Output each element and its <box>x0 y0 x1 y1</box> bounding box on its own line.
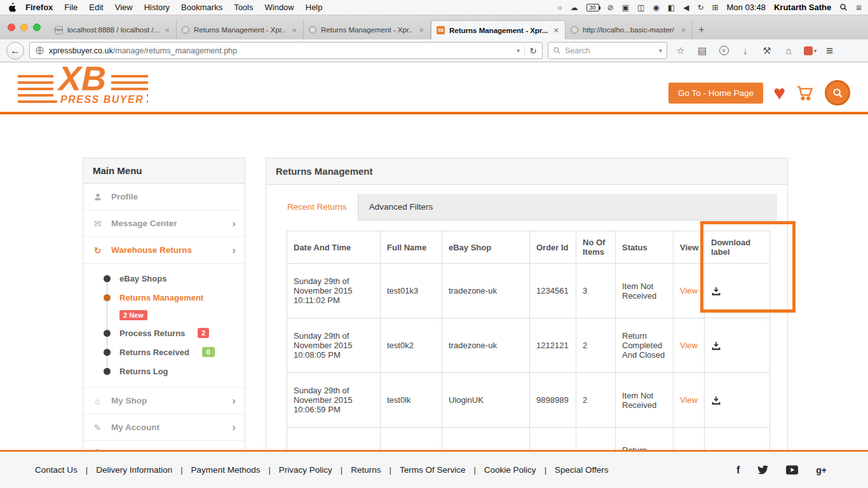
download-label-icon[interactable] <box>711 341 721 351</box>
browser-tab-returns-1[interactable]: Returns Management - Xpr... × <box>177 20 304 39</box>
tab-recent-returns[interactable]: Recent Returns <box>276 194 358 220</box>
search-icon <box>553 46 561 55</box>
browser-search-box[interactable]: ▾ <box>548 42 667 59</box>
url-text[interactable]: xpressbuyer.co.uk/manage/returns_managem… <box>49 46 512 55</box>
menu-file[interactable]: File <box>58 3 83 12</box>
notification-center-icon[interactable]: ≡ <box>856 3 862 12</box>
facebook-icon[interactable]: f <box>736 464 740 476</box>
footer-link-cookie-policy[interactable]: Cookie Policy <box>484 465 536 475</box>
tab-close-icon[interactable]: × <box>163 25 171 35</box>
search-engine-dropdown-icon[interactable]: ▾ <box>659 47 662 54</box>
spotlight-search-icon[interactable] <box>839 3 848 11</box>
view-link[interactable]: View <box>680 341 698 350</box>
youtube-icon[interactable] <box>786 465 798 475</box>
url-bar[interactable]: xpressbuyer.co.uk/manage/returns_managem… <box>29 42 543 59</box>
footer-link-returns[interactable]: Returns <box>351 465 381 475</box>
envelope-icon: ✉ <box>92 219 103 229</box>
menu-help[interactable]: Help <box>300 3 329 12</box>
menubar-user[interactable]: Krutarth Sathe <box>774 3 831 12</box>
footer-link-delivery-information[interactable]: Delivery Information <box>96 465 172 475</box>
window-close-button[interactable] <box>8 24 15 31</box>
menu-hamburger-icon[interactable]: ≡ <box>826 44 833 58</box>
sidebar-item-my-shop[interactable]: ⌂ My Shop › <box>83 388 245 414</box>
volume-icon[interactable]: ◀ <box>683 4 689 11</box>
menu-view[interactable]: View <box>109 3 139 12</box>
bookmarks-panel-icon[interactable]: ▤ <box>694 43 710 59</box>
wishlist-heart-icon[interactable]: ♥ <box>773 83 785 103</box>
tab-title: http://localho...basic-master/ <box>583 26 675 34</box>
footer-link-payment-methods[interactable]: Payment Methods <box>191 465 261 475</box>
accessibility-icon[interactable]: ◉ <box>653 4 659 11</box>
sidebar-item-message-center[interactable]: ✉ Message Center › <box>83 210 245 237</box>
tab-close-icon[interactable]: × <box>290 25 298 35</box>
lock-icon[interactable]: ▣ <box>622 4 629 11</box>
pocket-icon[interactable]: ∨ <box>715 43 732 59</box>
new-tab-button[interactable]: + <box>693 20 710 39</box>
cloud-icon[interactable]: ☁ <box>571 4 578 11</box>
input-source-icon[interactable]: ⊞ <box>712 4 718 11</box>
menu-firefox[interactable]: Firefox <box>20 3 58 12</box>
do-not-disturb-icon[interactable]: ⊘ <box>607 4 614 11</box>
cell-items: 2 <box>576 373 616 428</box>
bookmark-star-icon[interactable]: ☆ <box>672 43 689 59</box>
googleplus-icon[interactable]: g+ <box>816 465 827 475</box>
menu-bookmarks[interactable]: Bookmarks <box>175 3 228 12</box>
footer-link-contact-us[interactable]: Contact Us <box>35 465 78 475</box>
browser-tab-returns-active[interactable]: XB Returns Management - Xpr... × <box>431 20 566 39</box>
reload-icon[interactable]: ↻ <box>524 46 537 56</box>
menu-tools[interactable]: Tools <box>228 3 259 12</box>
sidebar-item-my-account[interactable]: ✎ My Account › <box>83 414 245 441</box>
footer-link-terms-of-service[interactable]: Terms Of Service <box>400 465 466 475</box>
time-machine-icon[interactable]: ↻ <box>697 4 703 11</box>
addon-icon[interactable]: ▾ <box>802 43 818 59</box>
submenu-item-returns-log[interactable]: Returns Log <box>83 362 245 381</box>
cell-date: Sunday 29th of November 2015 10:06:59 PM <box>287 373 381 428</box>
download-label-icon[interactable] <box>711 395 721 405</box>
view-link[interactable]: View <box>680 286 698 295</box>
url-dropdown-icon[interactable]: ▾ <box>517 47 520 54</box>
submenu-item-returns-management[interactable]: Returns Management <box>83 288 245 307</box>
menu-edit[interactable]: Edit <box>83 3 109 12</box>
search-input[interactable] <box>565 46 655 55</box>
menu-history[interactable]: History <box>139 3 175 12</box>
submenu-item-process-returns[interactable]: Process Returns 2 <box>83 323 245 342</box>
home-icon[interactable]: ⌂ <box>780 43 797 59</box>
xpressbuyer-logo[interactable]: XB press buyer <box>18 67 153 108</box>
panel-tabstrip: Recent Returns Advanced Filters <box>276 194 777 220</box>
site-search-button[interactable] <box>825 80 850 105</box>
site-identity-globe-icon[interactable] <box>35 46 44 55</box>
tab-close-icon[interactable]: × <box>552 25 560 35</box>
window-minimize-button[interactable] <box>20 24 28 31</box>
menu-window[interactable]: Window <box>259 3 300 12</box>
submenu-item-returns-received[interactable]: Returns Received 0 <box>83 342 245 362</box>
tab-advanced-filters[interactable]: Advanced Filters <box>358 194 444 220</box>
footer-link-privacy-policy[interactable]: Privacy Policy <box>279 465 332 475</box>
dropbox-icon[interactable]: ◧ <box>668 4 675 11</box>
developer-tools-icon[interactable]: ⚒ <box>759 43 775 59</box>
download-label-icon[interactable] <box>711 286 721 296</box>
browser-tab-phpmyadmin[interactable]: PMA localhost:8888 / localhost /... × <box>50 20 177 39</box>
twitter-icon[interactable] <box>757 465 768 475</box>
footer-link-special-offers[interactable]: Special Offers <box>555 465 609 475</box>
sidebar-item-label: Message Center <box>111 219 177 228</box>
sidebar-item-warehouse-returns[interactable]: ↻ Warehouse Returns › <box>83 237 245 264</box>
battery-indicator[interactable]: 30 <box>587 4 599 11</box>
menubar-clock[interactable]: Mon 03:48 <box>727 3 766 12</box>
tab-close-icon[interactable]: × <box>417 25 425 35</box>
browser-tab-returns-2[interactable]: Returns Management - Xpr... × <box>304 20 431 39</box>
cart-icon[interactable] <box>796 84 815 102</box>
submenu-item-ebay-shops[interactable]: eBay Shops <box>83 269 245 288</box>
airplay-display-icon[interactable]: ◫ <box>637 4 644 11</box>
goto-home-button[interactable]: Go To - Home Page <box>668 83 763 104</box>
window-zoom-button[interactable] <box>33 24 41 31</box>
page-favicon <box>309 26 316 34</box>
browser-tab-basic-master[interactable]: http://localho...basic-master/ × <box>566 20 693 39</box>
sidebar-item-profile[interactable]: Profile <box>83 184 245 210</box>
siri-icon[interactable]: ○ <box>557 4 562 11</box>
view-link[interactable]: View <box>680 395 698 405</box>
refresh-icon: ↻ <box>92 245 103 255</box>
downloads-icon[interactable]: ↓ <box>737 43 754 59</box>
back-button[interactable]: ← <box>6 42 24 60</box>
apple-icon[interactable] <box>8 3 16 12</box>
tab-close-icon[interactable]: × <box>679 25 687 35</box>
